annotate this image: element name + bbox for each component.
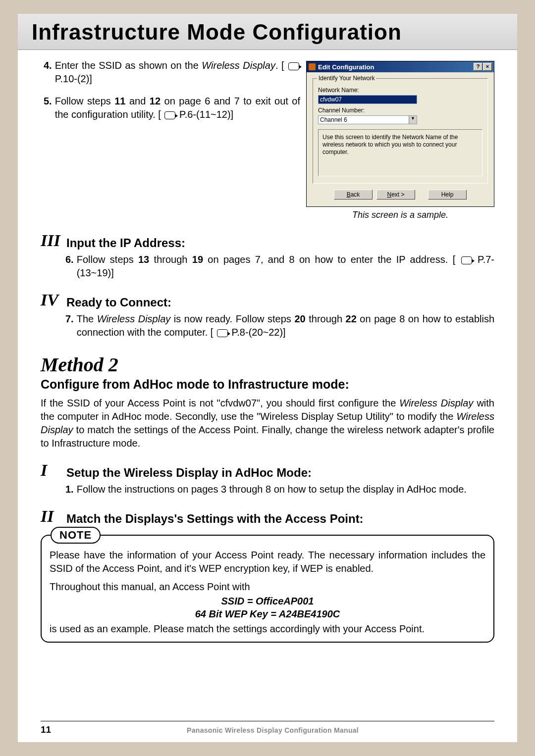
dialog-footer: Back Next > Help: [313, 190, 488, 203]
page-ref-icon: [164, 111, 175, 119]
page-footer: 11 Panasonic Wireless Display Configurat…: [41, 721, 494, 735]
step-number: 4.: [44, 59, 52, 86]
right-column: Edit Configuration ? × Identify Your Net…: [306, 59, 494, 220]
note-box: NOTE Please have the information of your…: [41, 535, 494, 643]
content: 4. Enter the SSID as shown on the Wirele…: [18, 50, 517, 643]
page-ref-icon: [461, 256, 472, 264]
chevron-down-icon[interactable]: ▼: [409, 116, 417, 124]
method-2-heading: Method 2: [41, 353, 494, 376]
help-button[interactable]: Help: [428, 190, 467, 200]
m2-section-2-title: Match the Displays's Settings with the A…: [66, 512, 364, 526]
step-7: 7. The Wireless Display is now ready. Fo…: [65, 312, 494, 339]
note-paragraph-3: is used as an example. Please match the …: [50, 622, 485, 636]
next-button[interactable]: Next >: [376, 190, 415, 200]
help-icon[interactable]: ?: [474, 63, 482, 71]
roman-numeral-4: IV: [41, 291, 62, 309]
note-wep: 64 Bit WEP Key = A24BE4190C: [50, 607, 485, 620]
step-text: Follow the instructions on pages 3 throu…: [77, 483, 494, 496]
screenshot-caption: This screen is a sample.: [306, 210, 494, 220]
section-4-title: Ready to Connect:: [66, 296, 171, 309]
step-4: 4. Enter the SSID as shown on the Wirele…: [44, 59, 300, 86]
m2-section-2-heading: II Match the Displays's Settings with th…: [41, 507, 494, 526]
roman-numeral-2: II: [41, 507, 62, 526]
m2-step-1: 1. Follow the instructions on pages 3 th…: [65, 483, 494, 496]
step-text: Follow steps 13 through 19 on pages 7, a…: [77, 253, 494, 280]
channel-number-value: Channel 6: [319, 116, 409, 124]
title-bar: Infrastructure Mode Configuration: [18, 14, 517, 50]
m2-section-1-title: Setup the Wireless Display in AdHoc Mode…: [66, 466, 312, 480]
dialog-body: Identify Your Network Network Name: cfvd…: [307, 72, 494, 206]
page-ref-icon: [288, 62, 299, 70]
step-text: The Wireless Display is now ready. Follo…: [77, 312, 494, 339]
step-number: 6.: [65, 253, 74, 280]
step-5: 5. Follow steps 11 and 12 on page 6 and …: [44, 95, 300, 121]
edit-configuration-dialog: Edit Configuration ? × Identify Your Net…: [306, 61, 494, 207]
m2-section-1-heading: I Setup the Wireless Display in AdHoc Mo…: [41, 461, 494, 480]
note-tag: NOTE: [51, 527, 101, 544]
page-number: 11: [41, 724, 51, 735]
section-3-title: Input the IP Address:: [66, 236, 185, 250]
back-button[interactable]: Back: [334, 190, 373, 200]
identify-network-fieldset: Identify Your Network Network Name: cfvd…: [313, 78, 488, 184]
step-text: Follow steps 11 and 12 on page 6 and 7 t…: [55, 95, 300, 121]
method-2-paragraph: If the SSID of your Access Point is not …: [41, 397, 494, 450]
footer-title: Panasonic Wireless Display Configuration…: [51, 726, 494, 734]
hint-text: Use this screen to identify the Network …: [318, 129, 482, 176]
note-paragraph-1: Please have the information of your Acce…: [50, 549, 485, 575]
dialog-title: Edit Configuration: [318, 63, 474, 71]
note-paragraph-2: Throughout this manual, an Access Point …: [50, 580, 485, 594]
step-6: 6. Follow steps 13 through 19 on pages 7…: [65, 253, 494, 280]
roman-numeral-1: I: [41, 461, 62, 480]
left-column: 4. Enter the SSID as shown on the Wirele…: [41, 59, 300, 130]
network-name-input[interactable]: cfvdw07: [318, 95, 417, 104]
section-4-heading: IV Ready to Connect:: [41, 291, 494, 309]
step-number: 5.: [44, 95, 52, 121]
step-text: Enter the SSID as shown on the Wireless …: [55, 59, 300, 86]
dialog-app-icon: [309, 63, 316, 70]
step-number: 1.: [65, 483, 74, 496]
two-column-row: 4. Enter the SSID as shown on the Wirele…: [41, 59, 494, 220]
close-icon[interactable]: ×: [483, 63, 492, 71]
page: Infrastructure Mode Configuration 4. Ent…: [18, 14, 517, 742]
network-name-label: Network Name:: [318, 87, 482, 94]
section-3-heading: III Input the IP Address:: [41, 231, 494, 250]
page-ref-icon: [217, 329, 228, 337]
note-ssid: SSID = OfficeAP001: [50, 595, 485, 607]
channel-number-select[interactable]: Channel 6 ▼: [318, 115, 417, 124]
step-number: 7.: [65, 312, 74, 339]
channel-number-label: Channel Number:: [318, 107, 482, 114]
roman-numeral-3: III: [41, 231, 62, 250]
dialog-titlebar: Edit Configuration ? ×: [307, 61, 494, 72]
fieldset-legend: Identify Your Network: [317, 75, 376, 82]
method-2-subheading: Configure from AdHoc mode to Infrastruct…: [41, 377, 494, 392]
page-title: Infrastructure Mode Configuration: [32, 20, 503, 45]
